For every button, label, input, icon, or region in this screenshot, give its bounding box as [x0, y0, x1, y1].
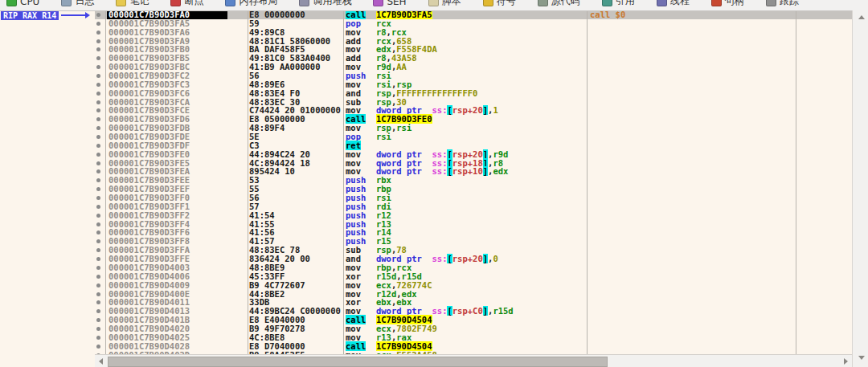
script-icon	[428, 0, 439, 6]
table-row[interactable]: 000001C7B90D3FA0E8 00000000call 1C7B90D3…	[95, 10, 852, 19]
horizontal-scrollbar-thumb[interactable]	[108, 357, 608, 367]
table-row[interactable]: 000001C7B90D3FC256push rsi	[95, 71, 852, 80]
table-row[interactable]: 000001C7B90D3FA649:89C8mov r8,rcx	[95, 28, 852, 37]
breakpoint-dot-icon[interactable]	[96, 169, 100, 173]
breakpoint-dot-icon[interactable]	[96, 283, 100, 287]
breakpoint-dot-icon[interactable]	[96, 205, 100, 209]
tab-notes[interactable]: 笔记	[116, 0, 149, 8]
table-row[interactable]: 000001C7B90D401344:89BC24 C0000000mov dw…	[95, 307, 852, 316]
breakpoint-dot-icon[interactable]	[96, 39, 100, 43]
scroll-left-icon[interactable]	[99, 358, 103, 365]
table-row[interactable]: 000001C7B90D3FF056push rsi	[95, 194, 852, 202]
breakpoint-dot-icon[interactable]	[96, 74, 100, 78]
tab-threads[interactable]: 线程	[657, 0, 690, 8]
table-row[interactable]: 000001C7B90D3FB549:81C0 583A0400add r8,4…	[95, 54, 852, 63]
breakpoint-dot-icon[interactable]	[96, 300, 100, 304]
breakpoint-dot-icon[interactable]	[96, 178, 100, 182]
breakpoint-dot-icon[interactable]	[96, 65, 100, 69]
instruction-token: rsp+20	[452, 254, 483, 263]
table-row[interactable]: 000001C7B90D3FF157push rdi	[95, 202, 852, 211]
tab-seh[interactable]: SEH	[373, 0, 406, 8]
tab-label: SEH	[387, 0, 406, 7]
table-row[interactable]: 000001C7B90D3FEE53push rbx	[95, 176, 852, 185]
trace-icon	[766, 0, 776, 6]
table-row[interactable]: 000001C7B90D400348:8BE9mov rbp,rcx	[95, 263, 852, 272]
tab-call-stack[interactable]: 调用堆栈	[299, 0, 351, 8]
table-row[interactable]: 000001C7B90D3FFE836424 20 00and dword pt…	[95, 255, 852, 263]
breakpoint-dot-icon[interactable]	[96, 345, 100, 349]
table-row[interactable]: 000001C7B90D3FA559pop rcx	[95, 19, 852, 28]
tab-trace[interactable]: 跟踪	[766, 0, 799, 8]
instruction-token: rsp+20	[452, 105, 483, 115]
breakpoint-dot-icon[interactable]	[96, 196, 100, 200]
breakpoint-dot-icon[interactable]	[96, 292, 100, 296]
tab-breakpoints[interactable]: 断点	[170, 0, 203, 8]
tab-symbols[interactable]: 符号	[483, 0, 516, 8]
breakpoint-dot-icon[interactable]	[96, 31, 100, 35]
breakpoint-dot-icon[interactable]	[96, 214, 100, 218]
table-row[interactable]: 000001C7B90D3FF241:54push r12	[95, 211, 852, 220]
tab-source[interactable]: 源代码	[538, 0, 580, 8]
table-row[interactable]: 000001C7B90D3FF441:55push r13	[95, 220, 852, 229]
breakpoint-dot-icon[interactable]	[96, 266, 100, 270]
rip-register-label: RIP RAX R14	[1, 11, 59, 20]
breakpoint-dot-icon[interactable]	[96, 22, 100, 26]
breakpoint-dot-icon[interactable]	[96, 126, 100, 130]
breakpoint-dot-icon[interactable]	[96, 56, 100, 60]
tab-references[interactable]: 引用	[602, 0, 635, 8]
table-row[interactable]: 000001C7B90D40254C:8BE8mov r13,rax	[95, 333, 852, 342]
breakpoint-dot-icon[interactable]	[96, 47, 100, 51]
table-row[interactable]: 000001C7B90D3FD6E8 05000000call 1C7B90D3…	[95, 115, 852, 124]
breakpoint-dot-icon[interactable]	[96, 309, 100, 313]
breakpoint-dot-icon[interactable]	[96, 117, 100, 121]
table-row[interactable]: 000001C7B90D3FEF55push rbp	[95, 185, 852, 194]
breakpoint-dot-icon[interactable]	[96, 135, 100, 139]
breakpoint-dot-icon[interactable]	[96, 100, 100, 104]
disassembly-view[interactable]: 000001C7B90D3FA0E8 00000000call 1C7B90D3…	[95, 10, 852, 367]
table-row[interactable]: 000001C7B90D3FCEC74424 20 01000000mov dw…	[95, 106, 852, 115]
horizontal-scrollbar[interactable]	[95, 354, 852, 367]
breakpoint-dot-icon[interactable]	[96, 275, 100, 279]
table-row[interactable]: 000001C7B90D4020B9 49F70278mov ecx,7802F…	[95, 324, 852, 333]
breakpoint-dot-icon[interactable]	[96, 187, 100, 191]
table-row[interactable]: 000001C7B90D3FDB48:89F4mov rsp,rsi	[95, 124, 852, 133]
table-row[interactable]: 000001C7B90D400E44:8BE2mov r12d,edx	[95, 290, 852, 299]
table-row[interactable]: 000001C7B90D3FB0BA DAF458F5mov edx,F558F…	[95, 45, 852, 54]
table-row[interactable]: 000001C7B90D3FF841:57push r15	[95, 237, 852, 246]
breakpoint-dot-icon[interactable]	[96, 257, 100, 261]
table-row[interactable]: 000001C7B90D3FC648:83E4 F0and rsp,FFFFFF…	[95, 89, 852, 98]
breakpoint-dot-icon[interactable]	[96, 327, 100, 331]
breakpoint-dot-icon[interactable]	[96, 336, 100, 340]
table-row[interactable]: 000001C7B90D3FDE5Epop rsi	[95, 133, 852, 141]
tab-script[interactable]: 脚本	[428, 0, 461, 8]
table-row[interactable]: 000001C7B90D401BE8 E4040000call 1C7B90D4…	[95, 316, 852, 324]
breakpoint-dot-icon[interactable]	[96, 92, 100, 96]
breakpoint-dot-icon[interactable]	[96, 83, 100, 87]
breakpoint-dot-icon[interactable]	[96, 153, 100, 157]
tab-cpu[interactable]: CPU	[6, 0, 39, 8]
vertical-scrollbar[interactable]	[852, 10, 868, 367]
scroll-right-icon[interactable]	[844, 358, 848, 365]
breakpoint-dot-icon[interactable]	[96, 144, 100, 148]
breakpoint-dot-icon[interactable]	[96, 230, 100, 234]
scroll-up-icon[interactable]	[858, 15, 865, 19]
table-row[interactable]: 000001C7B90D3FF641:56push r14	[95, 228, 852, 237]
table-row[interactable]: 000001C7B90D3FEA895424 10mov dword ptr s…	[95, 167, 852, 176]
comment-cell: call $0	[590, 10, 625, 19]
table-row[interactable]: 000001C7B90D3FA948:81C1 58060000add rcx,…	[95, 37, 852, 46]
breakpoint-dot-icon[interactable]	[96, 161, 100, 165]
table-row[interactable]: 000001C7B90D400645:33FFxor r15d,r15d	[95, 272, 852, 281]
table-row[interactable]: 000001C7B90D4028E8 D7040000call 1C7B90D4…	[95, 342, 852, 351]
table-row[interactable]: 000001C7B90D3FBC41:B9 AA000000mov r9d,AA	[95, 63, 852, 71]
breakpoint-dot-icon[interactable]	[96, 108, 100, 112]
table-row[interactable]: 000001C7B90D4009B9 4C772607mov ecx,72677…	[95, 281, 852, 290]
breakpoint-dot-icon[interactable]	[96, 239, 100, 243]
scroll-down-icon[interactable]	[858, 356, 865, 360]
tab-handles[interactable]: 句柄	[711, 0, 744, 8]
breakpoint-dot-icon[interactable]	[96, 13, 100, 17]
breakpoint-dot-icon[interactable]	[96, 248, 100, 252]
breakpoint-dot-icon[interactable]	[96, 222, 100, 226]
tab-memory-map[interactable]: 内存布局	[225, 0, 277, 8]
breakpoint-dot-icon[interactable]	[96, 318, 100, 322]
tab-log[interactable]: 日志	[61, 0, 94, 8]
